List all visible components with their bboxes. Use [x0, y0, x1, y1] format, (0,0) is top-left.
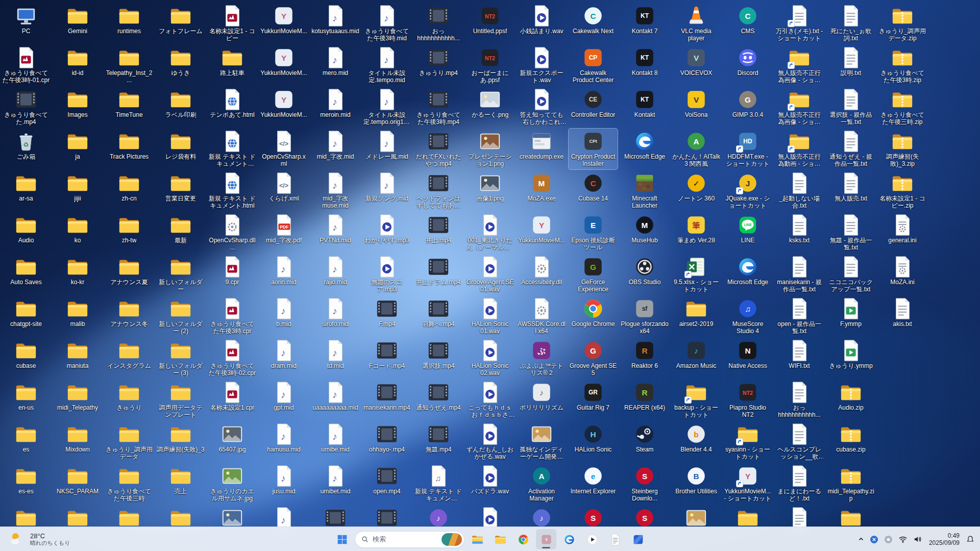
- desktop-icon[interactable]: ♪meroin.mid: [311, 87, 360, 128]
- desktop-icon[interactable]: 羽舞へ.mp4: [414, 296, 463, 337]
- desktop-icon[interactable]: ♪td.mid: [311, 338, 360, 379]
- desktop-icon[interactable]: es-es: [2, 463, 51, 504]
- desktop-icon[interactable]: LINELINE: [723, 212, 772, 253]
- desktop-icon[interactable]: テンポあて.html: [208, 87, 257, 128]
- desktop-icon[interactable]: ko-kr: [53, 254, 102, 295]
- desktop-icon[interactable]: 無題.mp4: [414, 421, 463, 462]
- desktop-icon[interactable]: ♪jusu.mid: [259, 463, 308, 504]
- desktop-icon[interactable]: GGIMP 3.0.4: [723, 87, 772, 128]
- desktop-icon[interactable]: general.ini: [878, 212, 927, 253]
- desktop-icon[interactable]: CEController Editor: [569, 87, 618, 128]
- desktop-icon[interactable]: ✓ノートン 360: [672, 170, 721, 211]
- desktop-icon[interactable]: ♫新規 テキスト ドキュメント.musicxml: [414, 463, 463, 504]
- desktop-icon[interactable]: Gemini: [53, 3, 102, 44]
- desktop-icon[interactable]: 無題のスコア.mp3: [362, 254, 411, 295]
- desktop-icon[interactable]: ♪Amazon Music: [672, 338, 721, 379]
- desktop-icon[interactable]: zh-cn: [105, 170, 154, 211]
- desktop-icon[interactable]: 営業日変更: [156, 170, 205, 211]
- desktop-icon[interactable]: MMoZA.exe: [517, 170, 566, 211]
- desktop-icon[interactable]: es: [2, 421, 51, 462]
- desktop-icon[interactable]: きゅうり.mp4: [414, 45, 463, 86]
- desktop-icon[interactable]: Groove Agent SE 01.wav: [465, 254, 514, 295]
- desktop-icon[interactable]: ♪kotusytuaaus.mid: [311, 3, 360, 44]
- desktop-icon[interactable]: VLC media player: [672, 3, 721, 44]
- desktop-icon[interactable]: CCubase 14: [569, 170, 618, 211]
- taskbar-blue-app[interactable]: [628, 529, 648, 549]
- desktop-icon[interactable]: GGeForce Experience: [569, 254, 618, 295]
- desktop-icon[interactable]: YYukkuriMovieM...: [517, 212, 566, 253]
- desktop-icon[interactable]: NT2おーばーまにあ.ppsf: [465, 45, 514, 86]
- desktop-icon[interactable]: KTKontakt 8: [620, 45, 669, 86]
- desktop-icon[interactable]: ♪mid_字改.mid: [311, 129, 360, 169]
- desktop-icon[interactable]: ♪タイトル未設定.tempo.mid: [362, 45, 411, 86]
- desktop-icon[interactable]: 井上ドラム.mp4: [414, 254, 463, 295]
- desktop-icon[interactable]: Audio.zip: [826, 380, 875, 420]
- desktop-icon[interactable]: ♻ごみ箱: [2, 129, 51, 169]
- desktop-icon[interactable]: ♪hamusu.mid: [259, 421, 308, 462]
- wifi-icon[interactable]: [896, 529, 910, 549]
- desktop-icon[interactable]: 調声用データテンプレート: [156, 380, 205, 420]
- desktop-icon[interactable]: SSteinberg Downlo...: [620, 463, 669, 504]
- desktop-icon[interactable]: Telepathy_Inst_2...: [105, 45, 154, 86]
- desktop-icon[interactable]: ja: [53, 129, 102, 169]
- desktop-icon[interactable]: ♪新規ソング.mid: [362, 170, 411, 211]
- desktop-icon[interactable]: HALion Sonic 02.wav: [465, 338, 514, 379]
- desktop-icon[interactable]: インスタグラム: [105, 338, 154, 379]
- desktop-icon[interactable]: きゅうり_調声用データ: [105, 421, 154, 462]
- desktop-icon[interactable]: NKSC_PARAM: [53, 463, 102, 504]
- search-box[interactable]: 検索: [355, 531, 464, 548]
- taskbar-pinned-folder[interactable]: [490, 529, 510, 549]
- desktop-icon[interactable]: backup - ショートカット: [672, 380, 721, 420]
- desktop-icon[interactable]: AActivation Manager: [517, 463, 566, 504]
- desktop-icon[interactable]: ♪uaaaaaaaaa.mid: [311, 380, 360, 420]
- desktop-icon[interactable]: きゅうり食べてた午後3時.cpr: [208, 296, 257, 337]
- desktop-icon[interactable]: ♪PVTNd.mid: [311, 212, 360, 253]
- desktop-icon[interactable]: 無題 - 親作品一覧.txt: [826, 212, 875, 253]
- desktop-icon[interactable]: 新規 テキスト ドキュメント.html: [208, 170, 257, 211]
- desktop-icon[interactable]: open - 親作品一覧.txt: [775, 296, 824, 337]
- desktop-icon[interactable]: JJQuake.exe - ショートカット: [723, 170, 772, 211]
- desktop-icon[interactable]: パズドラ.wav: [465, 463, 514, 504]
- desktop-icon[interactable]: だれでFXいれたやつ.mp4: [414, 129, 463, 169]
- desktop-icon[interactable]: 65407.jpg: [208, 421, 257, 462]
- desktop-icon[interactable]: ヘッドフォンはずしててもあがった.mp4: [414, 170, 463, 211]
- desktop-icon[interactable]: Microsoft Edge: [723, 254, 772, 295]
- desktop-icon[interactable]: PDFmid_字改.pdf: [259, 212, 308, 253]
- desktop-icon[interactable]: 最新: [156, 212, 205, 253]
- desktop-icon[interactable]: 小銭詰まり.wav: [517, 3, 566, 44]
- desktop-icon[interactable]: HDHDDFMT.exe - ショートカット: [723, 129, 772, 169]
- desktop-icon[interactable]: ar-sa: [2, 170, 51, 211]
- desktop-icon[interactable]: 画像1.png: [465, 170, 514, 211]
- desktop-icon[interactable]: sfPlogue sforzando x64: [620, 296, 669, 337]
- desktop-icon[interactable]: KTKontakt 7: [620, 3, 669, 44]
- desktop-icon[interactable]: WIFI.txt: [775, 338, 824, 379]
- desktop-icon[interactable]: 通知うぜえ.mp4: [414, 380, 463, 420]
- desktop-icon[interactable]: ♪sirofo.mid: [311, 296, 360, 337]
- desktop-icon[interactable]: ko: [53, 212, 102, 253]
- desktop-icon[interactable]: HHALion Sonic: [569, 421, 618, 462]
- desktop-icon[interactable]: きゅうり食べてた午後三時.zip: [878, 87, 927, 128]
- desktop-icon[interactable]: runtimes: [105, 3, 154, 44]
- desktop-icon[interactable]: ゆうき: [156, 45, 205, 86]
- desktop-icon[interactable]: ♪タイトル未設定.tempo.orig1.mid: [362, 87, 411, 128]
- desktop-icon[interactable]: _起動しない場合.txt: [775, 170, 824, 211]
- desktop-icon[interactable]: syasinn - ショートカット: [723, 421, 772, 462]
- desktop-icon[interactable]: レジ袋有料: [156, 129, 205, 169]
- desktop-icon[interactable]: RReaktor 6: [620, 338, 669, 379]
- desktop-icon[interactable]: きゅうり食べてた午後三時: [105, 463, 154, 504]
- desktop-icon[interactable]: GGroove Agent SE 5: [569, 338, 618, 379]
- desktop-icon[interactable]: 名称未設定1 - コピー: [208, 3, 257, 44]
- desktop-icon[interactable]: ラベル印刷: [156, 87, 205, 128]
- desktop-icon[interactable]: bBlender 4.4: [672, 421, 721, 462]
- desktop-icon[interactable]: 名称未設定1.cpr: [208, 380, 257, 420]
- desktop-icon[interactable]: CPCakewalk Product Center: [569, 45, 618, 86]
- desktop-icon[interactable]: ♪きゅうり食べてた午後3時.mid: [362, 3, 411, 44]
- desktop-icon[interactable]: </>OpenCvSharp.xml: [259, 129, 308, 169]
- taskbar-microsoft-edge[interactable]: [559, 529, 579, 549]
- desktop-icon[interactable]: フォトフレーム: [156, 3, 205, 44]
- desktop-icon[interactable]: アナウンス夏: [105, 254, 154, 295]
- desktop-icon[interactable]: Accessibility.dll: [517, 254, 566, 295]
- desktop-icon[interactable]: VVOICEVOX: [672, 45, 721, 86]
- desktop-icon[interactable]: midi_Telepathy.zip: [826, 463, 875, 504]
- desktop-icon[interactable]: TimeTune: [105, 87, 154, 128]
